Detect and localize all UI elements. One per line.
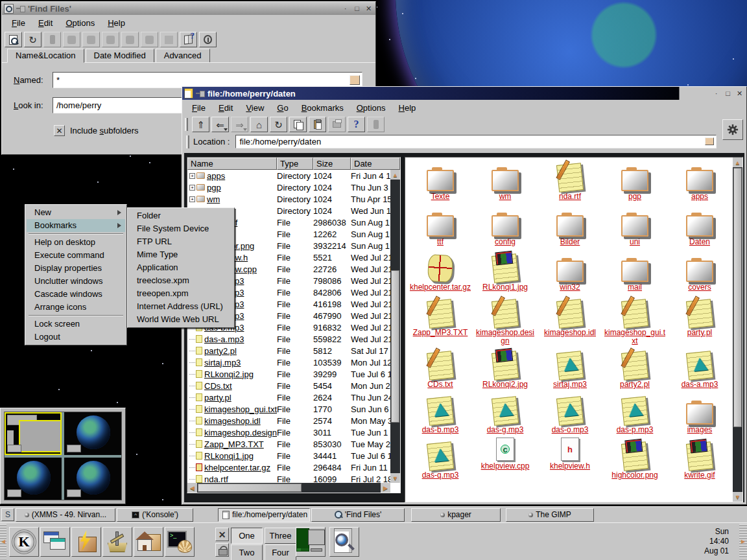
file-icon-item[interactable]: Daten [667,205,732,248]
file-icon-item[interactable]: das-b.mp3 [408,393,473,436]
desktop-button-two[interactable]: Two [231,544,263,560]
scroll-left-icon[interactable]: ◀ [187,483,197,493]
column-header-date[interactable]: Date [351,158,400,170]
file-name-link[interactable]: sirtaj.mp3 [204,358,241,368]
file-icon-item[interactable]: das-p.mp3 [602,393,667,436]
table-row[interactable]: Zapp_MP3.TXTFile853030Tue May 25 0 [187,438,390,450]
file-icon-item[interactable]: kimageshop.idl [538,296,602,345]
paste-button[interactable] [309,117,326,132]
file-icon-item[interactable]: Texte [408,160,473,203]
tree-expander-icon[interactable]: + [189,196,195,202]
menu-file[interactable]: File [186,102,211,114]
file-icon-item[interactable]: ckhelpview.cpp [473,439,538,482]
table-row[interactable]: nda.rtfFile16099Fri Jul 2 18:1 [187,473,390,483]
home-folder-launcher[interactable] [134,527,163,557]
menu-options[interactable]: Options [351,102,392,114]
file-icon-label[interactable]: mail [628,283,642,292]
location-input[interactable]: file:/home/perry/daten [235,135,717,148]
file-icon-label[interactable]: khelpcenter.tar.gz [410,283,471,292]
task-button[interactable]: ^('Konsole') [117,508,193,522]
file-icon-label[interactable]: das-p.mp3 [617,426,654,434]
menu-item-arrange-icons[interactable]: Arrange icons [27,301,125,314]
scroll-right-icon[interactable]: ▶ [381,483,390,493]
kde-gear-button[interactable] [722,119,743,140]
file-name-link[interactable]: pgp [207,183,221,192]
file-icon-label[interactable]: uni [630,238,640,246]
file-icon-item[interactable]: win32 [538,251,602,294]
help-book-button[interactable]: ? [180,32,197,47]
table-row[interactable]: CDs.txtFile5454Mon Jun 28 2 [187,380,390,391]
file-icon-item[interactable]: images [667,393,732,436]
table-row[interactable]: +pgpDirectory1024Thu Jun 3 19 [187,181,390,193]
system-monitor-launcher[interactable] [296,527,326,557]
file-icon-label[interactable]: das-a.mp3 [682,380,718,389]
scrollbar-thumb[interactable] [733,168,742,427]
sticky-pin-icon[interactable] [16,6,25,11]
tab-date-modified[interactable]: Date Modified [86,49,154,62]
file-icon-label[interactable]: highcolor.png [611,471,658,480]
file-name-link[interactable]: kimageshop.idl [204,416,261,426]
file-icon-item[interactable]: mail [602,251,667,294]
file-icon-label[interactable]: wm [499,192,512,201]
find-doc-button[interactable] [5,32,22,47]
file-icon-label[interactable]: kimageshop_gui.txt [604,329,666,345]
file-icon-label[interactable]: das-q.mp3 [422,471,459,480]
file-icon-item[interactable]: kimageshop_gui.txt [602,296,667,345]
file-icon-label[interactable]: Bilder [560,238,580,246]
minimize-icon[interactable]: · [340,4,350,14]
lock-screen-button[interactable] [215,543,229,557]
table-row[interactable]: kimageshop_gui.txtFile1770Sun Jun 6 14 [187,403,390,415]
file-icon-label[interactable]: images [687,426,713,434]
table-row[interactable]: khelpcenter.tar.gzFile296484Fri Jun 11 2… [187,461,390,473]
maximize-icon[interactable]: □ [352,4,362,14]
file-icon-item[interactable]: das-a.mp3 [667,348,732,391]
submenu-item-folder[interactable]: Folder [129,209,233,222]
menu-item-help-on-desktop[interactable]: Help on desktop [27,236,125,249]
file-name-link[interactable]: das-a.mp3 [204,334,244,344]
file-icon-label[interactable]: pgp [628,192,641,201]
file-name-link[interactable]: Zapp_MP3.TXT [204,439,264,449]
file-icon-label[interactable]: CDs.txt [427,380,453,389]
reload-button[interactable]: ↻ [24,32,42,47]
window-list-launcher[interactable] [40,527,70,557]
scroll-down-icon[interactable]: ▼ [733,492,742,502]
file-icon-label[interactable]: party2.pl [620,380,650,389]
menu-file[interactable]: File [6,17,31,29]
file-icon-label[interactable]: win32 [560,283,580,292]
tree-vertical-scrollbar[interactable]: ▲ ▼ [390,170,400,483]
location-dropdown-icon[interactable] [705,137,714,145]
menu-item-unclutter-windows[interactable]: Unclutter windows [27,275,125,288]
help-button[interactable]: ? [348,117,365,132]
file-name-link[interactable]: khelpcenter.tar.gz [204,463,270,472]
submenu-item-ftp-url[interactable]: FTP URL [129,235,233,248]
file-icon-item[interactable]: kwrite.gif [667,439,732,482]
file-icon-label[interactable]: kimageshop.design [474,329,536,345]
menu-item-lock-screen[interactable]: Lock screen [27,318,125,331]
file-icon-item[interactable]: party2.pl [602,348,667,391]
file-icon-label[interactable]: ttf [437,238,444,246]
file-name-link[interactable]: RLkonqi1.jpg [204,451,254,461]
table-row[interactable]: kimageshop.designFile3011Tue Jun 1 15 [187,426,390,438]
tree-horizontal-scrollbar[interactable]: ◀ ▶ [187,483,390,493]
submenu-item-file-system-device[interactable]: File System Device [129,222,233,235]
menu-view[interactable]: View [240,102,270,114]
menu-edit[interactable]: Edit [213,102,239,114]
sticky-pin-icon[interactable] [196,91,205,96]
table-row[interactable]: party2.plFile5812Sat Jul 17 20: [187,345,390,356]
task-button[interactable]: The GIMP [506,508,594,522]
file-icon-label[interactable]: das-g.mp3 [487,426,524,434]
file-icon-item[interactable]: party.pl [667,296,732,345]
file-icon-label[interactable]: nda.rtf [559,192,581,201]
file-icon-label[interactable]: RLkonqi1.jpg [482,283,528,292]
named-dropdown-icon[interactable] [350,75,360,85]
file-name-link[interactable]: kimageshop.design [204,428,277,438]
tab-name-location[interactable]: Name&Location [7,49,84,63]
file-icon-label[interactable]: Daten [689,238,710,246]
file-name-link[interactable]: wm [207,194,220,204]
submenu-item-application[interactable]: Application [129,261,233,274]
file-icon-label[interactable]: apps [691,192,708,201]
desktop-button-three[interactable]: Three [265,528,296,544]
submenu-item-mime-type[interactable]: Mime Type [129,248,233,261]
toolbar-handle[interactable] [185,118,188,131]
file-icon-item[interactable]: khelpcenter.tar.gz [408,251,473,294]
